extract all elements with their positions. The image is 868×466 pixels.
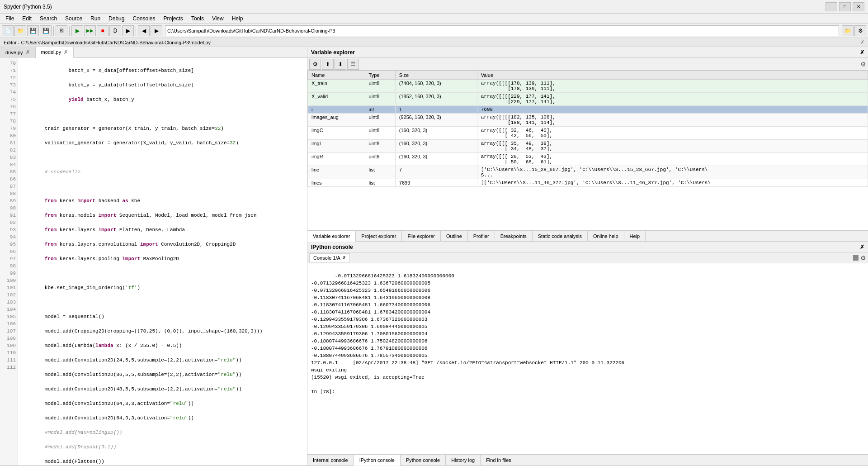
tab-model-py[interactable]: model.py ✗ <box>36 47 74 58</box>
run-button[interactable]: ▶ <box>71 25 83 36</box>
path-text: C:\Users\Sampath\Downloads\GitHub\CarND\… <box>167 28 335 33</box>
var-type-cell: list <box>365 179 395 187</box>
run-cell-button[interactable]: ▶▶ <box>84 25 96 36</box>
var-value-cell: array([[[[178, 139, 111], [178, 139, 111… <box>477 80 868 93</box>
table-row[interactable]: imgL uint8 (160, 320, 3) array([[[ 35, 4… <box>308 140 868 153</box>
var-name-cell: line <box>308 166 365 179</box>
table-row[interactable]: imgC uint8 (160, 320, 3) array([[[ 32, 4… <box>308 127 868 140</box>
console-stop-button[interactable] <box>853 255 859 261</box>
menu-tools[interactable]: Tools <box>188 14 208 23</box>
console-content[interactable]: -0.07132966816425323 1.61832400000000000… <box>307 263 868 454</box>
code-editor[interactable]: 7071727374757677787980818283848586878889… <box>0 58 307 465</box>
code-content[interactable]: batch_x = X_data[offset:offset+batch_siz… <box>18 58 307 465</box>
tab-static-code-analysis[interactable]: Static code analysis <box>533 231 588 242</box>
console-settings-icon[interactable]: ⚙ <box>860 254 866 262</box>
menu-search[interactable]: Search <box>36 14 61 23</box>
menu-file[interactable]: File <box>2 14 18 23</box>
menu-run[interactable]: Run <box>87 14 104 23</box>
menu-source[interactable]: Source <box>61 14 86 23</box>
tab-variable-explorer[interactable]: Variable explorer <box>307 231 356 242</box>
table-row[interactable]: X_train uint8 (7404, 160, 320, 3) array(… <box>308 80 868 93</box>
table-row[interactable]: line list 7 ['C:\\Users\\S...15_28_667.j… <box>308 166 868 179</box>
menu-edit[interactable]: Edit <box>19 14 35 23</box>
col-name[interactable]: Name <box>308 71 365 80</box>
app-title: Spyder (Python 3.5) <box>4 4 52 10</box>
var-name-cell: X_valid <box>308 93 365 106</box>
var-type-cell: uint8 <box>365 153 395 166</box>
title-bar: Spyder (Python 3.5) — □ ✕ <box>0 0 868 14</box>
var-toolbar-right: ⚙ <box>860 61 866 68</box>
table-row[interactable]: lines list 7699 [['C:\\Users\\S...11_46_… <box>308 179 868 187</box>
var-type-cell: uint8 <box>365 127 395 140</box>
close-button[interactable]: ✕ <box>853 2 864 11</box>
var-value-cell: array([[[ 35, 49, 38], [ 34, 48, 37], <box>477 140 868 153</box>
console-header-close[interactable]: ✗ <box>860 244 864 250</box>
console-bottom-tabs: Internal console IPython console Python … <box>307 454 868 465</box>
var-name-cell: imgL <box>308 140 365 153</box>
menu-help[interactable]: Help <box>228 14 247 23</box>
col-value[interactable]: Value <box>477 71 868 80</box>
var-settings-button[interactable]: ⚙ <box>309 59 321 70</box>
var-export-button[interactable]: ⬇ <box>335 59 346 70</box>
menu-consoles[interactable]: Consoles <box>129 14 159 23</box>
tab-outline[interactable]: Outline <box>441 231 468 242</box>
path-bar[interactable]: C:\Users\Sampath\Downloads\GitHub\CarND\… <box>165 25 839 36</box>
var-explorer-header: Variable explorer ✗ <box>307 47 868 58</box>
open-file-button[interactable]: 📁 <box>14 25 26 36</box>
var-value-cell: array([[[ 32, 46, 40], [ 42, 56, 50], <box>477 127 868 140</box>
var-header-close[interactable]: ✗ <box>860 49 864 56</box>
step-button[interactable]: ▶ <box>122 25 134 36</box>
var-import-button[interactable]: ⬆ <box>322 59 334 70</box>
console-header: IPython console ✗ <box>307 242 868 252</box>
menu-view[interactable]: View <box>208 14 227 23</box>
browse-button[interactable]: 📁 <box>842 25 854 36</box>
var-name-cell: lines <box>308 179 365 187</box>
tab-ipython-console[interactable]: IPython console <box>354 455 401 466</box>
tab-online-help[interactable]: Online help <box>588 231 624 242</box>
tab-find-in-files[interactable]: Find in files <box>481 455 517 466</box>
tab-drive-py[interactable]: drive.py ✗ <box>0 47 36 58</box>
col-size[interactable]: Size <box>395 71 477 80</box>
col-type[interactable]: Type <box>365 71 395 80</box>
close-drive-py[interactable]: ✗ <box>26 49 30 55</box>
tab-internal-console[interactable]: Internal console <box>307 455 354 466</box>
var-type-cell: uint8 <box>365 93 395 106</box>
maximize-button[interactable]: □ <box>839 2 851 11</box>
tab-python-console[interactable]: Python console <box>401 455 446 466</box>
console-tab-close[interactable]: ✗ <box>342 255 346 260</box>
tab-file-explorer[interactable]: File explorer <box>402 231 441 242</box>
ipython-console: IPython console ✗ Console 1/A ✗ ⚙ -0.071… <box>307 242 868 465</box>
tab-profiler[interactable]: Profiler <box>468 231 495 242</box>
var-type-cell: uint8 <box>365 80 395 93</box>
tab-history-log[interactable]: History log <box>446 455 481 466</box>
back-button[interactable]: ◀ <box>138 25 150 36</box>
new-file-button[interactable]: 📄 <box>2 25 14 36</box>
var-size-cell: 7699 <box>395 179 477 187</box>
forward-button[interactable]: ▶ <box>151 25 162 36</box>
var-config-icon[interactable]: ⚙ <box>860 61 866 68</box>
table-row[interactable]: X_valid uint8 (1852, 160, 320, 3) array(… <box>308 93 868 106</box>
save-button[interactable]: 💾 <box>27 25 39 36</box>
tab-help[interactable]: Help <box>624 231 646 242</box>
var-size-cell: (1852, 160, 320, 3) <box>395 93 477 106</box>
save-all-button[interactable]: 💾 <box>40 25 52 36</box>
minimize-button[interactable]: — <box>826 2 837 11</box>
tab-project-explorer[interactable]: Project explorer <box>356 231 402 242</box>
console-tab-1a[interactable]: Console 1/A ✗ <box>309 253 350 262</box>
table-row[interactable]: images_aug uint8 (9256, 160, 320, 3) arr… <box>308 114 868 127</box>
var-explorer-tabs: Variable explorer Project explorer File … <box>307 230 868 241</box>
menu-bar: File Edit Search Source Run Debug Consol… <box>0 14 868 24</box>
tab-breakpoints[interactable]: Breakpoints <box>495 231 533 242</box>
var-size-cell: 1 <box>395 106 477 114</box>
var-extra-button[interactable]: ☰ <box>347 59 359 70</box>
table-row[interactable]: imgR uint8 (160, 320, 3) array([[[ 29, 5… <box>308 153 868 166</box>
stop-button[interactable]: ■ <box>97 25 108 36</box>
print-button[interactable]: ⎘ <box>56 25 67 36</box>
settings-button[interactable]: ⚙ <box>854 25 866 36</box>
table-row[interactable]: i int 1 7698 <box>308 106 868 114</box>
menu-debug[interactable]: Debug <box>105 14 128 23</box>
debug-button[interactable]: D <box>109 25 121 36</box>
menu-projects[interactable]: Projects <box>160 14 187 23</box>
var-value-cell: [['C:\\Users\\S...11_46_377.jpg', 'C:\\U… <box>477 179 868 187</box>
close-model-py[interactable]: ✗ <box>64 49 68 55</box>
